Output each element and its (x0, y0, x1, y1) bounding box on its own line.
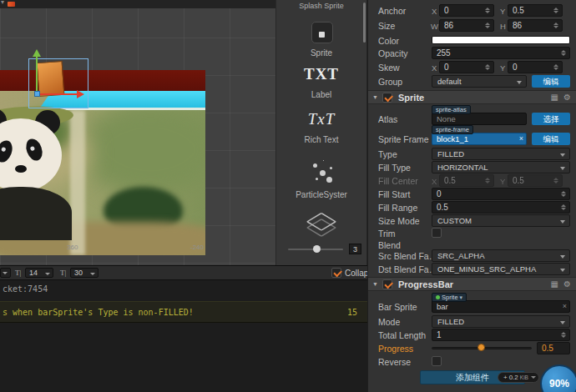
sprite-node-icon[interactable] (311, 22, 333, 43)
fill-type-label: Fill Type (378, 163, 411, 173)
mode-row: Mode FILLED (368, 315, 576, 329)
palette-zoom-slider[interactable]: 3 (276, 244, 366, 255)
type-label: Type (378, 149, 397, 159)
panda-nose (15, 165, 27, 173)
console-toolbar: T| 14 T| 30 Collapse (0, 266, 367, 280)
skew-x-input[interactable]: 0 (439, 61, 494, 73)
palette-item-label[interactable]: Label (276, 90, 366, 99)
src-blend-row: Src Blend Fa… SRC_ALPHA (368, 249, 576, 263)
mode-select[interactable]: FILLED (432, 315, 570, 328)
skew-label: Skew (378, 63, 400, 73)
gear-icon[interactable]: ⚙ (563, 279, 571, 289)
palette-item-richtext[interactable]: Rich Text (276, 135, 366, 144)
slider-knob[interactable] (313, 245, 321, 253)
group-label: Group (378, 77, 402, 87)
close-icon[interactable]: × (519, 133, 523, 144)
font-size-select[interactable]: 14 (25, 268, 53, 278)
anchor-x-input[interactable]: 0 (439, 4, 494, 17)
dst-blend-row: Dst Blend Fa… ONE_MINUS_SRC_ALPHA (368, 263, 576, 276)
w-label: W (431, 22, 438, 31)
fill-start-row: Fill Start 0 (368, 188, 576, 201)
fill-range-input[interactable]: 0.5 (432, 201, 570, 214)
collapse-caret-icon[interactable]: ▼ (372, 94, 378, 100)
progress-input[interactable]: 0.5 (537, 342, 570, 354)
opacity-row: Opacity 255 (368, 47, 576, 60)
sprite-frame-row: Sprite Frame block1_1 × 编辑 (368, 133, 576, 146)
trim-checkbox[interactable] (432, 228, 442, 238)
panda-character[interactable] (0, 107, 72, 240)
group-edit-button[interactable]: 编辑 (532, 75, 570, 88)
sprite-frame-field[interactable]: block1_1 × (432, 133, 527, 145)
inspector-panel: Anchor X 0 Y 0.5 Size W 86 H 86 Color Op… (367, 0, 576, 392)
group-select[interactable]: default (432, 75, 527, 88)
particlesystem-node-icon[interactable] (310, 158, 335, 183)
progressbar-section-header[interactable]: ▼ ProgressBar ▦ ⚙ (368, 277, 576, 291)
fill-type-select[interactable]: HORIZONTAL (432, 161, 570, 173)
sprite-enabled-checkbox[interactable] (382, 93, 392, 103)
collapse-checkbox[interactable] (331, 268, 341, 278)
docs-icon[interactable]: ▦ (551, 279, 558, 289)
gizmo-origin-handle[interactable] (34, 91, 40, 97)
skew-y-input[interactable]: 0 (508, 61, 563, 73)
atlas-choose-button[interactable]: 选择 (532, 113, 570, 125)
label-node-icon[interactable]: TXT (276, 65, 366, 83)
close-icon[interactable]: × (563, 301, 567, 312)
type-row: Type FILLED (368, 148, 576, 161)
atlas-field[interactable]: None (432, 113, 527, 125)
particle-dots-icon (320, 170, 326, 176)
progressbar-enabled-checkbox[interactable] (382, 279, 392, 289)
bar-sprite-type-tag: Sprite ▾ (432, 293, 467, 302)
line-height-select[interactable]: 30 (70, 268, 99, 278)
palette-item-sprite[interactable]: Sprite (276, 48, 366, 58)
scene-tab-icon[interactable] (8, 2, 15, 7)
docs-icon[interactable]: ▦ (551, 93, 558, 102)
paint-stripe (70, 110, 85, 255)
bar-sprite-label: Bar Sprite (378, 302, 417, 312)
size-label: Size (378, 21, 395, 31)
gear-icon[interactable]: ⚙ (563, 93, 571, 102)
size-mode-row: Size Mode CUSTOM (368, 214, 576, 228)
palette-item-particlesystem[interactable]: ParticleSyster (276, 190, 366, 199)
scene-view[interactable]: 360 -240 ▾ (0, 0, 275, 265)
reverse-label: Reverse (378, 357, 411, 367)
progress-slider-knob[interactable] (477, 344, 485, 351)
color-swatch[interactable] (432, 36, 570, 44)
src-blend-select[interactable]: SRC_ALPHA (432, 249, 570, 262)
total-length-label: Total Length (378, 330, 426, 340)
anchor-y-input[interactable]: 0.5 (508, 4, 563, 17)
sprite-section-header[interactable]: ▼ Sprite ▦ ⚙ (368, 90, 576, 104)
editor-root: 360 -240 ▾ Splash Sprite Sprite TXT Labe… (0, 0, 576, 392)
plus-icon: + (503, 374, 508, 381)
gizmo-y-axis[interactable] (36, 57, 38, 95)
opacity-input[interactable]: 255 (432, 47, 570, 59)
console-filter-dropdown[interactable] (0, 268, 11, 278)
size-row: Size W 86 H 86 (368, 19, 576, 33)
dst-blend-select[interactable]: ONE_MINUS_SRC_ALPHA (432, 263, 570, 275)
sprite-frame-edit-button[interactable]: 编辑 (532, 133, 570, 145)
fill-start-input[interactable]: 0 (432, 188, 570, 200)
size-mode-select[interactable]: CUSTOM (432, 214, 570, 227)
anchor-row: Anchor X 0 Y 0.5 (368, 4, 576, 18)
skew-row: Skew X 0 Y 0 (368, 61, 576, 74)
reverse-checkbox[interactable] (432, 356, 442, 366)
size-h-input[interactable]: 86 (508, 19, 563, 32)
richtext-node-icon[interactable]: TxT (276, 110, 366, 128)
tiledmap-node-icon[interactable] (276, 215, 366, 235)
console-panel: T| 14 T| 30 Collapse cket:7454 s when ba… (0, 265, 367, 392)
gizmo-x-arrowhead-icon[interactable] (77, 90, 84, 98)
size-w-input[interactable]: 86 (439, 19, 494, 32)
y-label: Y (500, 177, 505, 186)
console-warning-row[interactable]: s when barSprite's Type is non-FILLED! 1… (0, 301, 367, 323)
total-length-input[interactable]: 1 (432, 329, 570, 341)
collapse-caret-icon[interactable]: ▼ (372, 281, 378, 287)
bar-sprite-field[interactable]: bar × (432, 300, 570, 313)
gizmo-x-axis[interactable] (38, 93, 78, 95)
chevron-down-icon[interactable]: ▾ (1, 0, 4, 6)
palette-scrollbar[interactable] (363, 3, 366, 43)
gizmo-y-arrowhead-icon[interactable] (33, 49, 41, 57)
sprite-section-title: Sprite (398, 93, 424, 103)
network-stats-badge[interactable]: + 0.2 KiB (498, 372, 539, 383)
sprite-frame-type-tag: sprite-frame (432, 125, 473, 134)
console-log-line[interactable]: cket:7454 (3, 284, 48, 294)
type-select[interactable]: FILLED (432, 148, 570, 160)
